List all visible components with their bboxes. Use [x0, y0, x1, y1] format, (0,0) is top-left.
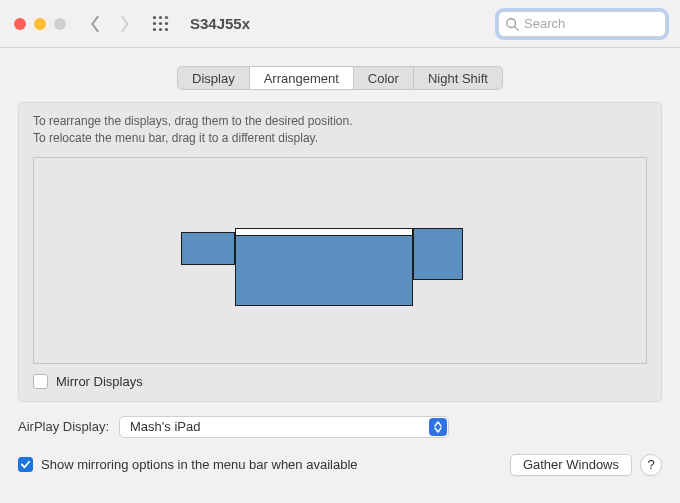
mirror-displays-row: Mirror Displays	[33, 374, 647, 389]
airplay-row: AirPlay Display: Mash's iPad	[18, 416, 662, 438]
svg-point-1	[158, 16, 161, 19]
instructions-line-2: To relocate the menu bar, drag it to a d…	[33, 130, 647, 147]
grid-icon	[152, 15, 169, 32]
window-controls	[14, 18, 66, 30]
tab-display[interactable]: Display	[177, 66, 250, 90]
show-mirroring-label: Show mirroring options in the menu bar w…	[41, 457, 358, 472]
show-mirroring-checkbox[interactable]	[18, 457, 33, 472]
nav-group	[86, 15, 134, 33]
instructions-line-1: To rearrange the displays, drag them to …	[33, 113, 647, 130]
maximize-window-button	[54, 18, 66, 30]
svg-point-7	[158, 28, 161, 31]
back-button[interactable]	[86, 15, 104, 33]
chevron-down-icon	[434, 427, 442, 433]
gather-windows-button[interactable]: Gather Windows	[510, 454, 632, 476]
airplay-display-select[interactable]: Mash's iPad	[119, 416, 449, 438]
instructions: To rearrange the displays, drag them to …	[33, 113, 647, 147]
chevron-right-icon	[118, 15, 132, 33]
arrangement-pane: To rearrange the displays, drag them to …	[18, 102, 662, 402]
svg-point-3	[152, 22, 155, 25]
svg-point-5	[164, 22, 167, 25]
select-stepper-icon	[429, 418, 447, 436]
airplay-display-label: AirPlay Display:	[18, 419, 109, 434]
svg-point-4	[158, 22, 161, 25]
svg-line-10	[515, 26, 519, 30]
mirror-displays-label: Mirror Displays	[56, 374, 143, 389]
display-main[interactable]	[235, 228, 413, 306]
show-all-preferences-button[interactable]	[150, 14, 170, 34]
tab-arrangement[interactable]: Arrangement	[249, 66, 354, 90]
check-icon	[20, 459, 31, 470]
tab-bar: Display Arrangement Color Night Shift	[177, 66, 503, 90]
bottom-controls: AirPlay Display: Mash's iPad Show mirror…	[0, 402, 680, 476]
tab-night-shift[interactable]: Night Shift	[413, 66, 503, 90]
svg-point-2	[164, 16, 167, 19]
display-arrangement-canvas[interactable]	[33, 157, 647, 364]
help-button[interactable]: ?	[640, 454, 662, 476]
airplay-display-value: Mash's iPad	[130, 419, 200, 434]
titlebar: S34J55x	[0, 0, 680, 48]
search-input[interactable]	[524, 16, 659, 31]
tabs-row: Display Arrangement Color Night Shift	[0, 66, 680, 90]
search-field[interactable]	[498, 11, 666, 37]
window-title: S34J55x	[190, 15, 250, 32]
close-window-button[interactable]	[14, 18, 26, 30]
search-icon	[505, 17, 519, 31]
svg-point-6	[152, 28, 155, 31]
display-left[interactable]	[181, 232, 235, 265]
svg-point-8	[164, 28, 167, 31]
mirror-displays-checkbox[interactable]	[33, 374, 48, 389]
show-mirroring-row: Show mirroring options in the menu bar w…	[18, 454, 662, 476]
minimize-window-button[interactable]	[34, 18, 46, 30]
chevron-left-icon	[88, 15, 102, 33]
svg-point-0	[152, 16, 155, 19]
forward-button[interactable]	[116, 15, 134, 33]
tab-color[interactable]: Color	[353, 66, 414, 90]
display-right[interactable]	[413, 228, 463, 280]
